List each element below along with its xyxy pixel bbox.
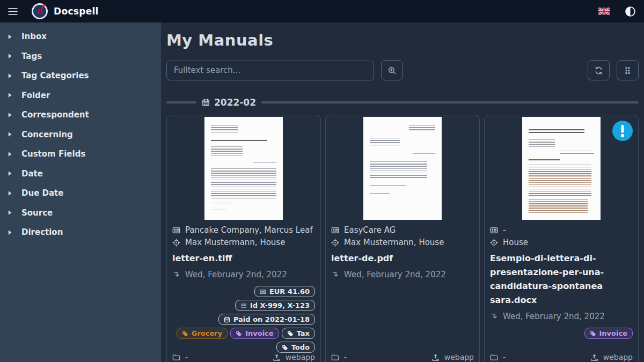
correspondent-row: - <box>490 224 633 237</box>
search-button[interactable] <box>381 60 403 80</box>
item-name: Esempio-di-lettera-di-presentazione-per-… <box>490 252 633 307</box>
sidebar-item-date[interactable]: Date <box>0 165 161 183</box>
address-card-icon <box>172 226 180 234</box>
chevron-right-icon <box>8 230 12 235</box>
search-bar <box>166 60 639 80</box>
upload-icon <box>273 353 281 361</box>
concerning-row: Max Mustermann, House <box>331 237 474 249</box>
badge-list: Invoice <box>490 328 633 339</box>
sidebar-item-due-date[interactable]: Due Date <box>0 184 161 202</box>
refresh-button[interactable] <box>588 60 610 80</box>
item-card[interactable]: Pancake Company, Marcus Leaf Max Musterm… <box>166 115 321 362</box>
chevron-right-icon <box>8 190 12 196</box>
correspondent-value: EasyCare AG <box>344 224 396 237</box>
folder-icon <box>331 353 339 361</box>
concerning-value: House <box>503 237 528 249</box>
item-card[interactable]: EasyCare AG Max Mustermann, House letter… <box>325 115 480 362</box>
folder-value: - <box>344 353 347 361</box>
sidebar-item-correspondent[interactable]: Correspondent <box>0 106 161 124</box>
sidebar-item-inbox[interactable]: Inbox <box>0 27 161 46</box>
tag-icon <box>182 330 188 337</box>
document-thumbnail[interactable] <box>167 115 320 221</box>
sidebar-item-label: Tags <box>21 51 42 61</box>
crosshair-icon <box>331 239 339 247</box>
sidebar-item-custom-fields[interactable]: Custom Fields <box>0 145 161 163</box>
badge-invoice[interactable]: Invoice <box>230 328 279 339</box>
chevron-right-icon <box>8 92 12 98</box>
sidebar-item-label: Correspondent <box>21 110 89 120</box>
correspondent-value: - <box>503 224 506 237</box>
badge-grocery[interactable]: Grocery <box>177 328 228 339</box>
correspondent-value: Pancake Company, Marcus Leaf <box>185 224 313 237</box>
app-title: Docspell <box>54 6 99 17</box>
concerning-value: Max Mustermann, House <box>344 237 444 249</box>
sidebar-item-concerning[interactable]: Concerning <box>0 125 161 144</box>
sidebar-item-tag-categories[interactable]: Tag Categories <box>0 67 161 85</box>
chevron-right-icon <box>8 210 12 216</box>
sidebar-nav: InboxTagsTag CategoriesFolderCorresponde… <box>0 23 161 362</box>
badge-tax[interactable]: Tax <box>282 328 315 339</box>
calendar-icon <box>202 98 210 107</box>
badge-invoice[interactable]: Invoice <box>584 328 633 339</box>
crosshair-icon <box>490 239 498 247</box>
item-name: letter-de.pdf <box>331 252 474 265</box>
crosshair-icon <box>172 239 180 247</box>
folder-icon <box>172 353 180 361</box>
arrow-turn-down-icon <box>331 271 339 279</box>
address-card-icon <box>490 226 498 234</box>
badge-paid-on-2022-01-18[interactable]: Paid on 2022-01-18 <box>218 314 315 325</box>
tag-icon <box>236 330 242 337</box>
item-date-row: Wed, February 2nd, 2022 <box>490 311 633 323</box>
docspell-logo-icon: d <box>32 3 48 19</box>
language-flag-icon[interactable] <box>598 8 610 15</box>
item-card[interactable]: - House Esempio-di-lettera-di-presentazi… <box>484 115 639 362</box>
calendar-icon <box>224 316 230 323</box>
top-bar: d Docspell <box>0 0 644 23</box>
item-name: letter-en.tiff <box>172 252 315 265</box>
card-meta-row: - webapp <box>326 353 479 361</box>
sidebar-item-label: Due Date <box>21 188 63 198</box>
concerning-row: Max Mustermann, House <box>172 237 315 249</box>
item-date: Wed, February 2nd, 2022 <box>185 269 287 281</box>
chevron-right-icon <box>8 131 12 137</box>
menu-icon[interactable] <box>8 8 18 16</box>
chevron-right-icon <box>8 171 12 176</box>
document-thumbnail[interactable] <box>485 115 638 221</box>
sidebar-item-label: Direction <box>21 227 63 237</box>
brand[interactable]: d Docspell <box>32 3 99 19</box>
chevron-right-icon <box>8 73 12 79</box>
arrow-turn-down-icon <box>172 271 180 279</box>
sidebar-item-label: Custom Fields <box>21 149 85 159</box>
correspondent-row: Pancake Company, Marcus Leaf <box>172 224 315 237</box>
month-group-divider: 2022-02 <box>166 97 639 108</box>
folder-value: - <box>503 353 506 361</box>
upload-icon <box>431 353 440 361</box>
card-meta-row: - webapp <box>167 353 320 361</box>
sidebar-item-direction[interactable]: Direction <box>0 223 161 241</box>
correspondent-row: EasyCare AG <box>331 224 474 237</box>
item-date: Wed, February 2nd, 2022 <box>503 311 605 323</box>
page-title: My Manuals <box>166 31 639 49</box>
search-input[interactable] <box>166 61 374 80</box>
sidebar-item-folder[interactable]: Folder <box>0 86 161 105</box>
view-toggle-button[interactable] <box>617 60 639 80</box>
sidebar-item-tags[interactable]: Tags <box>0 47 161 65</box>
badge-id-x-999-x-123[interactable]: Id X-999, X-123 <box>235 300 315 311</box>
money-bill-icon <box>260 289 266 295</box>
document-thumbnail[interactable] <box>326 115 479 221</box>
divider-line <box>261 101 639 104</box>
sidebar-item-label: Folder <box>21 91 50 100</box>
list-icon <box>240 302 247 309</box>
folder-value: - <box>185 353 188 361</box>
chevron-right-icon <box>8 34 12 40</box>
folder-icon <box>490 353 498 361</box>
item-date-row: Wed, February 2nd, 2022 <box>331 269 474 281</box>
badge-todo[interactable]: Todo <box>276 342 315 353</box>
theme-toggle-icon[interactable] <box>625 6 636 17</box>
main-content: My Manuals 2022-02 <box>161 23 644 362</box>
notification-badge-icon <box>612 121 633 141</box>
tag-icon <box>282 344 288 351</box>
badge-list: EUR 41.60Id X-999, X-123Paid on 2022-01-… <box>172 286 315 353</box>
sidebar-item-source[interactable]: Source <box>0 204 161 222</box>
badge-eur-41-60[interactable]: EUR 41.60 <box>254 286 315 297</box>
